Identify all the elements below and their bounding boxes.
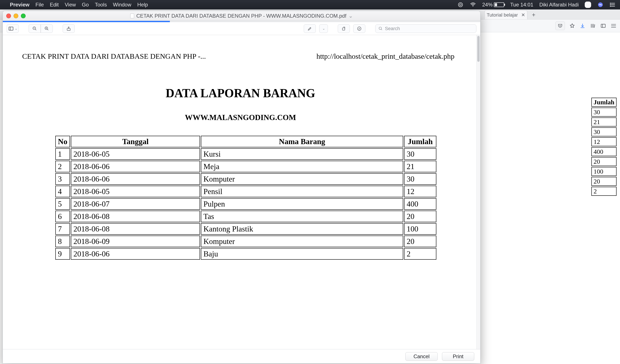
hamburger-menu-icon[interactable] bbox=[611, 23, 617, 29]
cell-jumlah: 30 bbox=[404, 173, 436, 185]
title-dropdown-icon[interactable]: ⌄ bbox=[349, 13, 353, 19]
svg-rect-9 bbox=[9, 27, 13, 30]
page-right-header: http://localhost/cetak_print_database/ce… bbox=[316, 52, 454, 61]
svg-point-14 bbox=[357, 27, 361, 30]
cell-no: 4 bbox=[55, 186, 70, 197]
new-tab-button[interactable]: + bbox=[529, 10, 539, 19]
cell-jumlah: 30 bbox=[404, 148, 436, 160]
pocket-button[interactable] bbox=[556, 21, 565, 30]
control-center-icon[interactable] bbox=[457, 1, 464, 8]
cell-jumlah: 20 bbox=[404, 211, 436, 222]
menu-help[interactable]: Help bbox=[137, 2, 148, 8]
search-field[interactable]: Search bbox=[375, 24, 476, 33]
cell-tanggal: 2018-06-09 bbox=[71, 236, 200, 247]
col-nama: Nama Barang bbox=[201, 136, 403, 147]
user-name[interactable]: Diki Alfarabi Hadi bbox=[539, 2, 579, 8]
cell-nama: Kursi bbox=[201, 148, 403, 160]
col-tanggal: Tanggal bbox=[71, 136, 200, 147]
menu-tools[interactable]: Tools bbox=[95, 2, 107, 8]
cell-jumlah: 2 bbox=[404, 248, 436, 260]
cell-tanggal: 2018-06-06 bbox=[71, 248, 200, 260]
svg-point-0 bbox=[458, 2, 463, 7]
spotlight-icon[interactable] bbox=[585, 1, 591, 8]
cell-tanggal: 2018-06-06 bbox=[71, 161, 200, 172]
page-title: DATA LAPORAN BARANG bbox=[7, 86, 474, 100]
svg-point-7 bbox=[610, 6, 611, 6]
browser-tab-title: Tutorial belajar bbox=[487, 12, 518, 18]
bg-cell: 12 bbox=[591, 137, 617, 146]
svg-rect-13 bbox=[342, 28, 345, 30]
zoom-out-button[interactable] bbox=[29, 24, 41, 33]
cell-nama: Pulpen bbox=[201, 198, 403, 210]
svg-point-15 bbox=[379, 27, 382, 30]
sidebar-view-button[interactable]: ⌄ bbox=[7, 24, 19, 33]
page-left-header: CETAK PRINT DATA DARI DATABASE DENGAN PH… bbox=[22, 52, 206, 61]
menu-edit[interactable]: Edit bbox=[50, 2, 59, 8]
cancel-button[interactable]: Cancel bbox=[405, 352, 438, 361]
wifi-icon[interactable] bbox=[470, 1, 476, 8]
bg-cell: 2 bbox=[591, 187, 617, 196]
pdf-page: CETAK PRINT DATA DARI DATABASE DENGAN PH… bbox=[7, 37, 474, 349]
cell-nama: Pensil bbox=[201, 186, 403, 197]
markup-button[interactable] bbox=[353, 24, 365, 33]
sidebar-toggle-icon[interactable] bbox=[600, 23, 606, 29]
cell-nama: Baju bbox=[201, 248, 403, 260]
highlight-button[interactable] bbox=[304, 24, 316, 33]
cell-no: 6 bbox=[55, 211, 70, 222]
data-table: No Tanggal Nama Barang Jumlah 12018-06-0… bbox=[54, 135, 437, 260]
library-icon[interactable] bbox=[590, 23, 596, 29]
table-row: 2 bbox=[591, 187, 617, 196]
highlight-menu-button[interactable]: ⌄ bbox=[319, 24, 328, 33]
cell-nama: Meja bbox=[201, 161, 403, 172]
siri-icon[interactable] bbox=[597, 1, 604, 8]
cell-tanggal: 2018-06-08 bbox=[71, 211, 200, 222]
vertical-scrollbar[interactable] bbox=[476, 35, 480, 349]
app-menu[interactable]: Preview bbox=[10, 2, 30, 8]
cell-jumlah: 400 bbox=[404, 198, 436, 210]
cell-tanggal: 2018-06-05 bbox=[71, 186, 200, 197]
menu-file[interactable]: File bbox=[35, 2, 44, 8]
table-row: 21 bbox=[591, 118, 617, 126]
list-menu-icon[interactable] bbox=[610, 1, 616, 8]
col-no: No bbox=[55, 136, 70, 147]
bookmark-star-icon[interactable] bbox=[569, 23, 575, 29]
downloads-icon[interactable] bbox=[580, 23, 586, 29]
battery-status[interactable]: 24% bbox=[482, 2, 504, 8]
cell-no: 7 bbox=[55, 223, 70, 235]
battery-percent: 24% bbox=[482, 2, 493, 8]
table-row: 32018-06-06Komputer30 bbox=[55, 173, 436, 185]
cell-tanggal: 2018-06-05 bbox=[71, 148, 200, 160]
clock[interactable]: Tue 14:01 bbox=[510, 2, 533, 8]
cell-nama: Kantong Plastik bbox=[201, 223, 403, 235]
window-title: CETAK PRINT DATA DARI DATABASE DENGAN PH… bbox=[136, 13, 346, 19]
cell-jumlah: 100 bbox=[404, 223, 436, 235]
close-tab-icon[interactable]: ✕ bbox=[521, 12, 525, 18]
cell-tanggal: 2018-06-07 bbox=[71, 198, 200, 210]
table-row: 400 bbox=[591, 147, 617, 156]
menu-view[interactable]: View bbox=[65, 2, 76, 8]
document-icon bbox=[130, 14, 134, 18]
print-button[interactable]: Print bbox=[442, 352, 474, 361]
cell-no: 3 bbox=[55, 173, 70, 185]
rotate-button[interactable] bbox=[338, 24, 350, 33]
cell-no: 1 bbox=[55, 148, 70, 160]
cell-jumlah: 12 bbox=[404, 186, 436, 197]
svg-rect-8 bbox=[601, 24, 605, 27]
cell-nama: Komputer bbox=[201, 236, 403, 247]
bg-cell: 30 bbox=[591, 127, 617, 136]
browser-tab[interactable]: Tutorial belajar ✕ bbox=[484, 10, 527, 19]
table-row: 52018-06-07Pulpen400 bbox=[55, 198, 436, 210]
menu-window[interactable]: Window bbox=[113, 2, 131, 8]
print-dialog-footer: Cancel Print bbox=[3, 349, 480, 363]
window-titlebar[interactable]: CETAK PRINT DATA DARI DATABASE DENGAN PH… bbox=[3, 11, 480, 21]
cell-no: 9 bbox=[55, 248, 70, 260]
table-row: 100 bbox=[591, 167, 617, 176]
svg-point-5 bbox=[610, 3, 611, 3]
menu-go[interactable]: Go bbox=[82, 2, 89, 8]
bg-cell: 20 bbox=[591, 157, 617, 166]
zoom-in-button[interactable] bbox=[41, 24, 53, 33]
macos-menubar: Preview File Edit View Go Tools Window H… bbox=[0, 0, 620, 9]
table-row: 12018-06-05Kursi30 bbox=[55, 148, 436, 160]
cell-tanggal: 2018-06-06 bbox=[71, 173, 200, 185]
share-button[interactable] bbox=[63, 24, 75, 33]
